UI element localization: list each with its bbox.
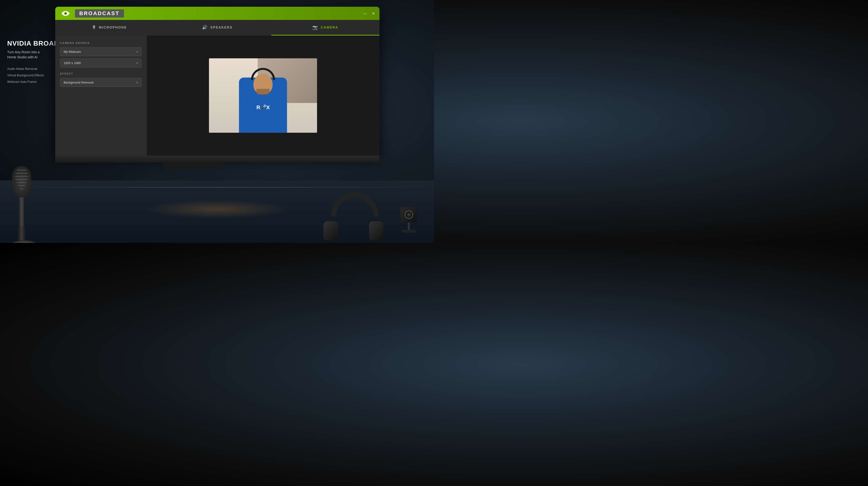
chevron-down-icon: ▾ <box>136 50 138 54</box>
mic-arm <box>18 226 25 240</box>
monitor-foot <box>163 163 223 169</box>
headphones-inner <box>323 192 386 240</box>
right-panel: R🎤X <box>147 35 379 156</box>
headphones-prop <box>323 192 391 240</box>
shirt-text-area: R🎤X <box>251 101 275 114</box>
mic-grille-6 <box>18 185 25 186</box>
tab-bar: 🎙 MICROPHONE 🔊 SPEAKERS 📷 CAMERA <box>55 20 379 35</box>
app-content: CAMERA SOURCE My Webcam ▾ 1920 x 1080 ▾ … <box>55 35 379 156</box>
chevron-down-icon-3: ▾ <box>136 81 138 84</box>
window-controls: — ✕ <box>363 11 376 15</box>
camera-stand-post <box>408 223 410 230</box>
camera-base <box>402 230 416 233</box>
camera-icon: 📷 <box>312 25 318 30</box>
speakers-icon: 🔊 <box>202 25 208 30</box>
headphones-arc <box>331 192 379 217</box>
tab-microphone-label: MICROPHONE <box>99 26 127 29</box>
minimize-button[interactable]: — <box>363 11 368 15</box>
tab-camera-label: CAMERA <box>321 26 338 29</box>
person-beard <box>256 89 270 95</box>
monitor-stand <box>55 156 379 163</box>
mic-grille-1 <box>17 170 26 170</box>
headphones-left-ear <box>323 221 338 240</box>
close-button[interactable]: ✕ <box>371 11 376 15</box>
microphone-prop <box>12 166 31 243</box>
mic-grille-2 <box>16 173 28 173</box>
camera-source-dropdown[interactable]: My Webcam ▾ <box>60 47 142 56</box>
resolution-dropdown[interactable]: 1920 x 1080 ▾ <box>60 59 142 67</box>
camera-lens <box>405 210 413 219</box>
video-frame: R🎤X <box>209 58 317 133</box>
mic-grille-3 <box>15 176 28 176</box>
effect-value: Background Removal <box>64 80 93 84</box>
small-camera-prop <box>398 207 420 233</box>
mic-body <box>19 197 24 226</box>
mic-grille-5 <box>17 182 26 183</box>
app-title: BROADCAST <box>75 9 124 18</box>
camera-body <box>400 207 417 223</box>
table-top <box>0 187 434 188</box>
tab-speakers[interactable]: 🔊 SPEAKERS <box>163 20 271 35</box>
left-panel: CAMERA SOURCE My Webcam ▾ 1920 x 1080 ▾ … <box>55 35 147 156</box>
mic-grille-7 <box>20 188 24 189</box>
tab-speakers-label: SPEAKERS <box>210 26 232 29</box>
tab-microphone[interactable]: 🎙 MICROPHONE <box>55 20 163 35</box>
video-preview: R🎤X <box>209 58 317 133</box>
title-bar: BROADCAST — ✕ <box>55 7 379 20</box>
mic-head <box>12 166 31 197</box>
mic-grille-4 <box>16 179 28 180</box>
nvidia-logo <box>59 8 72 19</box>
camera-source-label: CAMERA SOURCE <box>60 41 142 44</box>
svg-point-1 <box>65 13 66 14</box>
shirt-text: R🎤X <box>256 104 270 111</box>
effect-label: EFFECT <box>60 72 142 75</box>
resolution-value: 1920 x 1080 <box>64 61 81 65</box>
effect-dropdown[interactable]: Background Removal ▾ <box>60 78 142 87</box>
headphones-right-ear <box>369 221 383 240</box>
table-glow <box>145 200 289 219</box>
nvidia-logo-svg <box>61 10 70 17</box>
chevron-down-icon-2: ▾ <box>136 61 138 65</box>
camera-source-value: My Webcam <box>64 50 81 54</box>
app-window: BROADCAST — ✕ 🎙 MICROPHONE 🔊 SPEAKERS 📷 … <box>55 7 379 156</box>
tab-camera[interactable]: 📷 CAMERA <box>271 20 379 35</box>
microphone-icon: 🎙 <box>92 25 97 30</box>
